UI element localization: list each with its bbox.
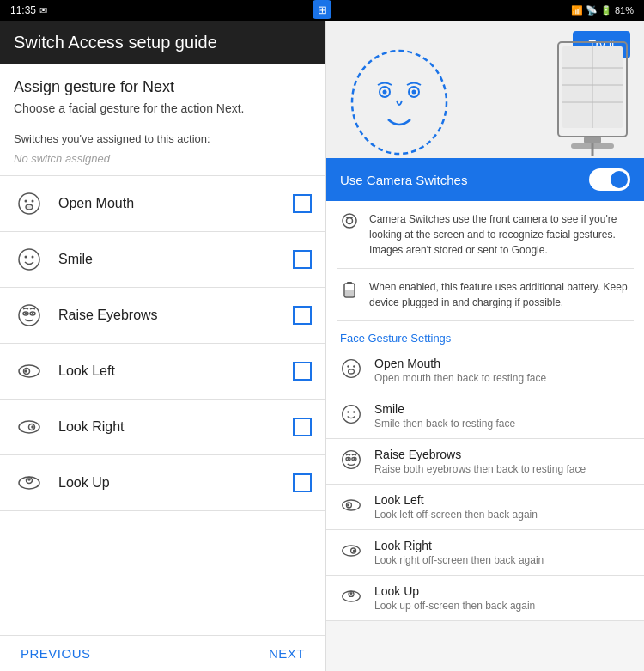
open-mouth-icon	[14, 188, 45, 219]
right-name-look-up: Look Up	[374, 584, 630, 598]
svg-point-43	[343, 360, 361, 378]
right-gesture-look-up[interactable]: Look Up Look up off-screen then back aga…	[326, 576, 644, 621]
wifi-icon: 📶	[571, 5, 583, 16]
svg-point-28	[412, 90, 416, 95]
checkbox-smile[interactable]	[293, 250, 312, 269]
svg-rect-41	[347, 282, 352, 284]
svg-point-6	[26, 204, 33, 210]
svg-point-38	[347, 218, 353, 224]
svg-point-50	[343, 451, 361, 469]
svg-point-14	[32, 313, 33, 314]
assign-title: Assign gesture for Next	[14, 78, 312, 96]
svg-point-47	[343, 406, 361, 424]
right-icon-open-mouth	[340, 358, 362, 383]
next-button[interactable]: Next	[269, 646, 305, 661]
right-gesture-look-left[interactable]: Look Left Look left off-screen then back…	[326, 485, 644, 530]
gesture-list: Open Mouth Smile Raise Eyebrows	[0, 175, 325, 511]
gesture-item-raise-eyebrows[interactable]: Raise Eyebrows	[0, 288, 325, 344]
svg-point-2	[19, 193, 39, 214]
svg-rect-35	[584, 137, 601, 143]
info-section: Camera Switches use the front camera to …	[326, 201, 644, 321]
face-gesture-settings-label: Face Gesture Settings	[326, 321, 644, 348]
svg-point-13	[25, 313, 27, 314]
svg-rect-42	[345, 290, 354, 296]
gesture-name-look-right: Look Right	[58, 419, 293, 435]
right-desc-raise-eyebrows: Raise both eyebrows then back to resting…	[374, 463, 630, 475]
svg-point-24	[352, 51, 447, 154]
gesture-item-smile[interactable]: Smile	[0, 232, 325, 288]
svg-point-9	[32, 256, 34, 259]
right-gesture-open-mouth[interactable]: Open Mouth Open mouth then back to resti…	[326, 348, 644, 393]
checkbox-look-left[interactable]	[293, 362, 312, 381]
svg-point-46	[349, 369, 355, 374]
gesture-item-look-right[interactable]: Look Right	[0, 400, 325, 455]
svg-point-10	[19, 305, 39, 326]
gesture-item-look-up[interactable]: Look Up	[0, 455, 325, 511]
camera-switch-label: Use Camera Switches	[340, 173, 467, 187]
svg-point-49	[353, 411, 355, 413]
right-name-look-right: Look Right	[374, 539, 630, 552]
gesture-name-raise-eyebrows: Raise Eyebrows	[58, 308, 293, 323]
right-desc-smile: Smile then back to resting face	[374, 418, 630, 430]
face-illustration	[335, 34, 489, 158]
checkbox-look-up[interactable]	[293, 473, 312, 492]
right-desc-look-up: Look up off-screen then back again	[374, 600, 630, 612]
status-time: 11:35 ✉	[10, 4, 47, 16]
svg-point-23	[27, 478, 31, 481]
no-switch-text: No switch assigned	[0, 149, 325, 175]
info-text-battery: When enabled, this feature uses addition…	[369, 279, 630, 310]
look-left-icon	[14, 356, 45, 387]
right-gesture-look-right[interactable]: Look Right Look right off-screen then ba…	[326, 530, 644, 576]
app-icon: ⊞	[313, 0, 331, 19]
camera-switch-toggle[interactable]	[589, 168, 630, 191]
status-bar: 11:35 ✉ ⊞ 📶 📡 🔋 81%	[0, 0, 644, 21]
gesture-name-smile: Smile	[58, 252, 293, 267]
info-text-camera: Camera Switches use the front camera to …	[369, 211, 630, 258]
svg-point-27	[383, 90, 387, 95]
tablet-illustration	[545, 38, 640, 158]
checkbox-raise-eyebrows[interactable]	[293, 306, 312, 325]
right-gesture-smile[interactable]: Smile Smile then back to resting face	[326, 393, 644, 439]
svg-point-3	[25, 200, 27, 203]
svg-point-37	[343, 214, 356, 228]
gesture-item-look-left[interactable]: Look Left	[0, 344, 325, 400]
right-icon-smile	[340, 404, 362, 429]
svg-point-44	[347, 365, 349, 368]
gesture-name-look-left: Look Left	[58, 363, 293, 379]
camera-info-icon	[340, 213, 359, 233]
previous-button[interactable]: Previous	[21, 646, 91, 661]
switches-label: Switches you've assigned to this action:	[0, 122, 325, 149]
status-icons: 📶 📡 🔋 81%	[571, 5, 634, 16]
toggle-dot	[611, 171, 628, 188]
svg-text:⊞: ⊞	[318, 3, 327, 16]
svg-point-20	[31, 425, 34, 429]
illustration-area: Try it	[326, 21, 644, 158]
gesture-name-look-up: Look Up	[58, 475, 293, 491]
smile-icon	[14, 244, 45, 275]
left-footer: Previous Next	[0, 635, 325, 671]
signal-icon: 📡	[586, 5, 598, 16]
svg-point-53	[348, 458, 349, 460]
main-content: Switch Access setup guide Assign gesture…	[0, 21, 644, 671]
camera-switch-bar[interactable]: Use Camera Switches	[326, 158, 644, 201]
battery-info-icon	[340, 281, 359, 302]
app-title: Switch Access setup guide	[14, 33, 312, 52]
assign-section: Assign gesture for Next Choose a facial …	[0, 64, 325, 122]
svg-point-60	[353, 549, 355, 552]
right-gesture-raise-eyebrows[interactable]: Raise Eyebrows Raise both eyebrows then …	[326, 439, 644, 485]
left-body: Assign gesture for Next Choose a facial …	[0, 64, 325, 635]
checkbox-open-mouth[interactable]	[293, 194, 312, 213]
right-icon-look-up	[340, 586, 362, 611]
checkbox-look-right[interactable]	[293, 418, 312, 436]
svg-rect-39	[346, 217, 353, 218]
svg-point-63	[349, 592, 352, 595]
svg-point-4	[32, 200, 34, 203]
right-desc-look-left: Look left off-screen then back again	[374, 509, 630, 521]
left-panel: Switch Access setup guide Assign gesture…	[0, 21, 326, 671]
look-up-icon	[14, 467, 45, 498]
svg-point-7	[19, 249, 39, 270]
look-right-icon	[14, 412, 45, 442]
gesture-item-open-mouth[interactable]: Open Mouth	[0, 176, 325, 232]
message-icon: ✉	[39, 5, 47, 16]
right-icon-look-left	[340, 495, 362, 520]
